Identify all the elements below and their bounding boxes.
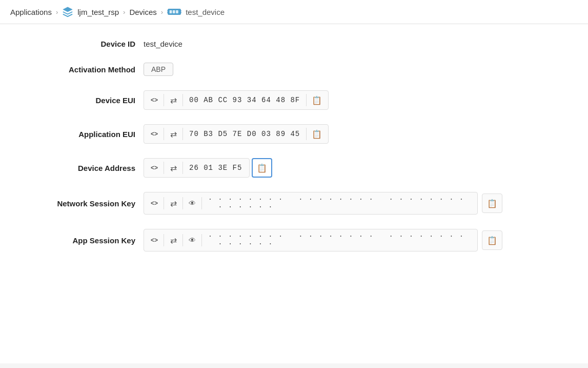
sep	[164, 197, 164, 209]
app-session-key-field: <> ⇄ 👁 · · · · · · · · · · · · · · · · ·…	[144, 229, 478, 251]
breadcrumb: Applications › ljm_test_rsp › Devices › …	[0, 0, 588, 24]
sep	[164, 234, 164, 246]
sep	[201, 197, 202, 209]
sep	[164, 162, 164, 174]
device-id-row: Device ID test_device	[31, 40, 557, 48]
network-session-key-label: Network Session Key	[31, 199, 144, 208]
sep	[306, 94, 307, 106]
device-icon	[167, 6, 181, 17]
code-icon: <>	[151, 237, 158, 244]
nsk-eye-btn[interactable]: 👁	[184, 194, 200, 212]
device-id-label: Device ID	[31, 40, 144, 48]
switch-icon: ⇄	[170, 236, 177, 245]
code-icon: <>	[151, 130, 158, 138]
application-eui-field: <> ⇄ 70 B3 D5 7E D0 03 89 45 📋	[144, 124, 329, 144]
sep	[306, 128, 307, 140]
svg-rect-1	[170, 10, 172, 13]
breadcrumb-devices[interactable]: Devices	[129, 8, 156, 16]
application-eui-copy-btn[interactable]: 📋	[308, 125, 326, 143]
network-session-key-row: Network Session Key <> ⇄ 👁 · · · · · · ·…	[31, 192, 557, 215]
device-address-code-btn[interactable]: <>	[146, 159, 163, 177]
network-session-key-value: · · · · · · · · · · · · · · · · · · · · …	[203, 192, 475, 214]
svg-rect-3	[176, 10, 178, 13]
svg-rect-2	[173, 10, 175, 13]
code-icon: <>	[151, 200, 158, 207]
device-id-value: test_device	[144, 40, 183, 48]
app-session-key-value: · · · · · · · · · · · · · · · · · · · · …	[203, 229, 475, 251]
main-content: Device ID test_device Activation Method …	[0, 24, 588, 363]
eye-icon: 👁	[189, 236, 196, 244]
switch-icon: ⇄	[170, 199, 177, 208]
switch-icon: ⇄	[170, 163, 177, 173]
device-eui-code-btn[interactable]: <>	[146, 91, 163, 109]
activation-method-badge: ABP	[144, 63, 173, 76]
device-address-copy-btn[interactable]: 📋	[252, 158, 272, 178]
device-address-row: Device Address <> ⇄ 26 01 3E F5 📋	[31, 158, 557, 178]
breadcrumb-app-name[interactable]: ljm_test_rsp	[77, 8, 119, 16]
breadcrumb-applications[interactable]: Applications	[10, 8, 52, 16]
copy-icon: 📋	[312, 95, 322, 105]
app-session-key-row: App Session Key <> ⇄ 👁 · · · · · · · · ·…	[31, 229, 557, 251]
app-session-key-label: App Session Key	[31, 236, 144, 245]
sep	[164, 128, 164, 140]
sep	[183, 94, 183, 106]
sep	[183, 162, 183, 174]
switch-icon: ⇄	[170, 129, 177, 139]
ask-switch-btn[interactable]: ⇄	[165, 231, 181, 249]
network-session-key-field: <> ⇄ 👁 · · · · · · · · · · · · · · · · ·…	[144, 192, 478, 215]
device-eui-value: 00 AB CC 93 34 64 48 8F	[184, 93, 305, 107]
device-address-field: <> ⇄ 26 01 3E F5	[144, 158, 250, 178]
breadcrumb-sep-3: ›	[161, 8, 163, 16]
copy-icon: 📋	[487, 236, 497, 245]
sep	[183, 234, 183, 246]
device-eui-row: Device EUI <> ⇄ 00 AB CC 93 34 64 48 8F …	[31, 90, 557, 110]
device-eui-label: Device EUI	[31, 96, 144, 105]
eye-icon: 👁	[189, 199, 196, 207]
sep	[201, 234, 202, 246]
breadcrumb-sep-1: ›	[56, 8, 58, 16]
activation-method-row: Activation Method ABP	[31, 63, 557, 76]
application-eui-label: Application EUI	[31, 130, 144, 139]
app-icon	[62, 6, 73, 17]
nsk-code-btn[interactable]: <>	[146, 194, 163, 212]
sep	[183, 128, 183, 140]
device-eui-field: <> ⇄ 00 AB CC 93 34 64 48 8F 📋	[144, 90, 329, 110]
application-eui-code-btn[interactable]: <>	[146, 125, 163, 143]
device-eui-switch-btn[interactable]: ⇄	[165, 91, 181, 109]
nsk-switch-btn[interactable]: ⇄	[165, 194, 181, 212]
copy-icon: 📋	[257, 163, 267, 173]
copy-icon: 📋	[487, 199, 497, 208]
device-eui-copy-btn[interactable]: 📋	[308, 91, 326, 109]
sep	[164, 94, 164, 106]
ask-code-btn[interactable]: <>	[146, 231, 163, 249]
copy-icon: 📋	[312, 129, 322, 139]
ask-eye-btn[interactable]: 👁	[184, 231, 200, 249]
switch-icon: ⇄	[170, 95, 177, 105]
sep	[183, 197, 183, 209]
breadcrumb-sep-2: ›	[123, 8, 125, 16]
code-icon: <>	[151, 96, 158, 104]
device-address-switch-btn[interactable]: ⇄	[165, 159, 181, 177]
nsk-copy-btn[interactable]: 📋	[482, 193, 502, 213]
application-eui-switch-btn[interactable]: ⇄	[165, 125, 181, 143]
breadcrumb-device-name: test_device	[186, 8, 225, 16]
code-icon: <>	[151, 164, 158, 171]
device-address-label: Device Address	[31, 164, 144, 172]
application-eui-value: 70 B3 D5 7E D0 03 89 45	[184, 127, 305, 141]
ask-copy-btn[interactable]: 📋	[482, 230, 502, 250]
activation-method-label: Activation Method	[31, 65, 144, 74]
application-eui-row: Application EUI <> ⇄ 70 B3 D5 7E D0 03 8…	[31, 124, 557, 144]
device-address-value: 26 01 3E F5	[184, 161, 247, 175]
